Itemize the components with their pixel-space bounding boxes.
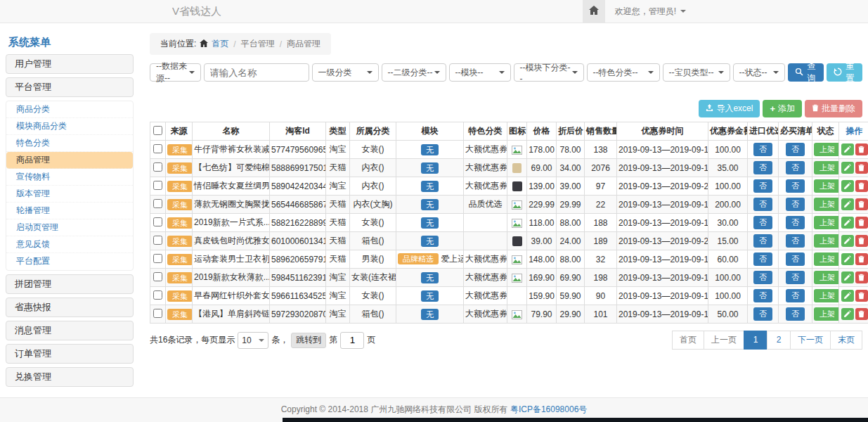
must-buy-toggle[interactable]: 否 (786, 234, 805, 248)
edit-button[interactable] (841, 143, 854, 155)
status-toggle[interactable]: 上架 (814, 216, 839, 229)
delete-button[interactable] (855, 253, 868, 265)
sidebar-item[interactable]: 商品管理 (6, 152, 133, 169)
filter-select[interactable]: --状态-- (733, 63, 785, 82)
import-select-toggle[interactable]: 否 (753, 198, 772, 211)
import-select-toggle[interactable]: 否 (753, 271, 772, 284)
data-source-select[interactable]: --数据来源-- (150, 63, 201, 82)
edit-button[interactable] (841, 180, 854, 192)
sidebar-item[interactable]: 意见反馈 (6, 236, 133, 253)
page-button[interactable]: 下一页 (790, 331, 831, 350)
row-checkbox[interactable] (153, 236, 162, 245)
status-toggle[interactable]: 上架 (814, 143, 839, 156)
sidebar-group[interactable]: 省惠快报 (6, 298, 134, 317)
page-button[interactable]: 上一页 (704, 331, 744, 350)
status-toggle[interactable]: 上架 (814, 234, 839, 248)
edit-button[interactable] (841, 235, 854, 247)
row-checkbox[interactable] (153, 199, 162, 208)
filter-select[interactable]: 一级分类 (312, 63, 379, 82)
edit-button[interactable] (841, 217, 854, 229)
must-buy-toggle[interactable]: 否 (786, 252, 805, 266)
import-select-toggle[interactable]: 否 (753, 179, 772, 193)
sidebar-group[interactable]: 拼团管理 (6, 274, 134, 294)
row-checkbox[interactable] (153, 272, 162, 281)
must-buy-toggle[interactable]: 否 (786, 271, 805, 284)
row-checkbox[interactable] (153, 144, 162, 153)
select-all-checkbox[interactable] (153, 126, 162, 135)
page-button[interactable]: 2 (767, 331, 791, 350)
must-buy-toggle[interactable]: 否 (786, 216, 805, 229)
sidebar-group-platform[interactable]: 平台管理 (6, 77, 134, 97)
delete-button[interactable] (855, 198, 868, 210)
jump-to-button[interactable]: 跳转到 (291, 333, 326, 348)
status-toggle[interactable]: 上架 (814, 307, 839, 321)
delete-button[interactable] (855, 180, 868, 192)
home-button[interactable] (583, 0, 605, 23)
row-checkbox[interactable] (153, 290, 162, 300)
status-toggle[interactable]: 上架 (814, 289, 839, 302)
filter-select[interactable]: --二级分类-- (382, 63, 446, 82)
delete-button[interactable] (855, 290, 868, 302)
import-select-toggle[interactable]: 否 (753, 252, 772, 266)
filter-select[interactable]: --宝贝类型-- (663, 63, 730, 82)
sidebar-group[interactable]: 订单管理 (6, 344, 134, 364)
import-select-toggle[interactable]: 否 (753, 289, 772, 302)
search-button[interactable]: 查询 (788, 63, 824, 82)
status-toggle[interactable]: 上架 (814, 161, 839, 174)
reset-button[interactable]: 重置 (827, 63, 862, 82)
row-checkbox[interactable] (153, 162, 162, 172)
filter-select[interactable]: --特色分类-- (587, 63, 660, 82)
must-buy-toggle[interactable]: 否 (786, 143, 805, 156)
edit-button[interactable] (841, 308, 854, 320)
sidebar-group[interactable]: 消息管理 (6, 321, 134, 340)
edit-button[interactable] (841, 290, 854, 302)
status-toggle[interactable]: 上架 (814, 271, 839, 284)
batch-delete-button[interactable]: 批量删除 (805, 100, 862, 117)
breadcrumb-home-link[interactable]: 首页 (212, 38, 228, 50)
sidebar-group-users[interactable]: 用户管理 (6, 54, 134, 74)
page-button[interactable]: 首页 (672, 331, 704, 350)
must-buy-toggle[interactable]: 否 (786, 289, 805, 302)
user-menu[interactable]: 欢迎您，管理员! (605, 0, 696, 23)
sidebar-item[interactable]: 启动页管理 (6, 219, 133, 236)
filter-select[interactable]: --模块-- (449, 63, 511, 82)
status-toggle[interactable]: 上架 (814, 179, 839, 193)
add-button[interactable]: + 添加 (763, 100, 802, 117)
per-page-select[interactable]: 10 (238, 332, 268, 349)
sidebar-item[interactable]: 轮播管理 (6, 203, 133, 219)
row-checkbox[interactable] (153, 181, 162, 190)
must-buy-toggle[interactable]: 否 (786, 161, 805, 174)
edit-button[interactable] (841, 162, 854, 174)
sidebar-item[interactable]: 特色分类 (6, 135, 133, 152)
row-checkbox[interactable] (153, 309, 162, 318)
row-checkbox[interactable] (153, 217, 162, 226)
page-button[interactable]: 1 (744, 331, 767, 350)
must-buy-toggle[interactable]: 否 (786, 198, 805, 211)
filter-select[interactable]: --模块下分类-- (514, 63, 584, 82)
sidebar-item[interactable]: 平台配置 (6, 253, 133, 270)
delete-button[interactable] (855, 271, 868, 283)
import-select-toggle[interactable]: 否 (753, 143, 772, 156)
icp-link[interactable]: 粤ICP备16098006号 (510, 404, 587, 414)
page-button[interactable]: 末页 (830, 331, 862, 350)
import-excel-button[interactable]: 导入excel (699, 100, 760, 117)
must-buy-toggle[interactable]: 否 (786, 179, 805, 193)
sidebar-item[interactable]: 模块商品分类 (6, 118, 133, 135)
import-select-toggle[interactable]: 否 (753, 161, 772, 174)
status-toggle[interactable]: 上架 (814, 252, 839, 266)
import-select-toggle[interactable]: 否 (753, 234, 772, 248)
sidebar-group[interactable]: 兑换管理 (6, 367, 134, 387)
sidebar-item[interactable]: 宣传物料 (6, 169, 133, 186)
edit-button[interactable] (841, 253, 854, 265)
edit-button[interactable] (841, 198, 854, 210)
delete-button[interactable] (855, 162, 868, 174)
import-select-toggle[interactable]: 否 (753, 216, 772, 229)
import-select-toggle[interactable]: 否 (753, 307, 772, 321)
must-buy-toggle[interactable]: 否 (786, 307, 805, 321)
sidebar-item[interactable]: 版本管理 (6, 186, 133, 203)
edit-button[interactable] (841, 271, 854, 283)
status-toggle[interactable]: 上架 (814, 198, 839, 211)
name-search-input[interactable] (204, 63, 309, 82)
delete-button[interactable] (855, 143, 868, 155)
row-checkbox[interactable] (153, 254, 162, 263)
